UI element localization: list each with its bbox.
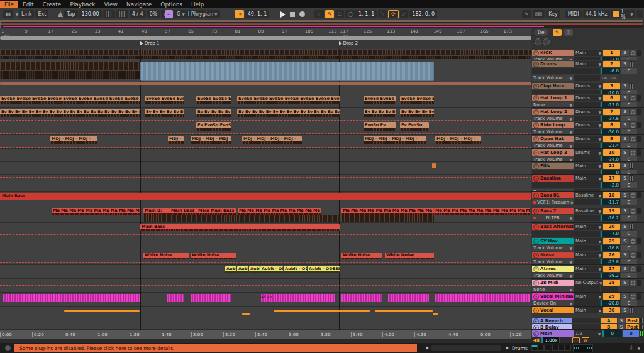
extra-chooser[interactable]: Track Volume▼ bbox=[532, 75, 574, 81]
locator-lane[interactable]: Drop 1Drop 2 bbox=[0, 40, 531, 50]
clip-slot[interactable] bbox=[552, 345, 558, 351]
solo-button[interactable]: S bbox=[621, 109, 629, 115]
arm-button[interactable] bbox=[630, 149, 636, 156]
volume-slider[interactable] bbox=[574, 199, 600, 205]
device-chooser[interactable]: Track Volume▼ bbox=[532, 143, 574, 149]
fold-icon[interactable]: ▾ bbox=[533, 163, 539, 169]
track-header-hat-loop-3[interactable]: ▾Hat Loop 3Drums▼10STrack Volume▼-34.0C bbox=[531, 149, 644, 162]
clip-white-noise[interactable]: White Noise bbox=[385, 253, 434, 259]
track-number[interactable]: B bbox=[601, 324, 617, 330]
clip[interactable] bbox=[0, 50, 531, 55]
clip-play-icon[interactable] bbox=[506, 346, 509, 350]
clip-ev-evoso-evoso-ev[interactable]: Ev EvoSo EvoSo Ev bbox=[196, 122, 231, 131]
track-name[interactable]: ▾Bass Alternate bbox=[532, 224, 574, 230]
track-number[interactable]: 26 bbox=[603, 252, 620, 258]
track-name[interactable]: ▾Clap Nare bbox=[532, 83, 574, 89]
clip-waveform-thumbnail[interactable] bbox=[573, 344, 593, 352]
fold-icon[interactable]: ▾ bbox=[533, 95, 539, 101]
track-header-hat-loop-2[interactable]: ▾Hat Loop 2Drums▼7STrack Volume▼-37.6C bbox=[531, 108, 644, 121]
loop-button[interactable]: ⟳ bbox=[388, 10, 399, 18]
clip[interactable] bbox=[433, 313, 438, 315]
track-number[interactable]: 27 bbox=[603, 266, 620, 272]
track-name[interactable]: ▾Bass 01 bbox=[532, 192, 574, 198]
fold-icon[interactable]: ▸ bbox=[533, 318, 539, 324]
track-name[interactable]: ▸A Reverb bbox=[532, 318, 572, 323]
clip-ev[interactable]: Ev Ev Ev Ev Ev Ev bbox=[364, 109, 396, 117]
track-number[interactable]: 18 bbox=[603, 192, 620, 198]
fold-icon[interactable]: ▾ bbox=[533, 193, 539, 198]
track-name[interactable]: ▾Noise bbox=[532, 252, 574, 258]
track-name[interactable]: ▾Atmos bbox=[532, 266, 574, 272]
clip[interactable] bbox=[143, 215, 340, 222]
solo-button[interactable]: S bbox=[621, 293, 629, 300]
track-number[interactable]: A bbox=[601, 318, 617, 323]
nudge-down-button[interactable]: ||| bbox=[103, 10, 115, 18]
volume-slider[interactable] bbox=[574, 68, 600, 74]
automation-line[interactable] bbox=[0, 147, 531, 148]
arm-button[interactable] bbox=[630, 136, 636, 142]
fold-icon[interactable]: ▾ bbox=[533, 122, 539, 128]
route-chooser[interactable]: Main▼ bbox=[574, 175, 602, 182]
clip[interactable] bbox=[388, 294, 429, 302]
route-chooser[interactable]: Main▼ bbox=[574, 252, 602, 258]
device-chooser[interactable]: Track Volume▼ bbox=[532, 116, 574, 121]
clip[interactable] bbox=[0, 82, 531, 85]
tap-tempo-button[interactable]: Tap bbox=[64, 10, 78, 18]
clip[interactable] bbox=[364, 150, 426, 158]
pan-knob[interactable]: C bbox=[621, 156, 637, 162]
route-chooser[interactable]: Main▼ bbox=[574, 293, 602, 300]
clip-evoso[interactable]: EvoSo EvoSo EvoSo bbox=[364, 96, 396, 104]
solo-button[interactable]: S bbox=[621, 163, 629, 169]
automation-line[interactable] bbox=[0, 285, 531, 286]
arm-button[interactable] bbox=[630, 122, 636, 128]
automation-line[interactable] bbox=[0, 234, 531, 235]
volume-value[interactable]: -6.0 bbox=[601, 68, 620, 74]
automation-line[interactable] bbox=[0, 92, 531, 92]
clip[interactable] bbox=[341, 294, 382, 302]
loop-length-field[interactable]: 182. 0. 0 bbox=[409, 10, 437, 18]
locator-drop-1[interactable]: Drop 1 bbox=[140, 41, 160, 46]
automation-line[interactable] bbox=[0, 106, 531, 106]
midi-map-button[interactable]: MIDI bbox=[565, 10, 582, 18]
plugin-warning-message[interactable]: Some plug-ins are disabled. Please click… bbox=[14, 344, 417, 352]
fold-icon[interactable]: ▾ bbox=[533, 253, 539, 258]
follow-button[interactable]: ⇥ bbox=[235, 10, 244, 18]
volume-slider[interactable] bbox=[574, 116, 600, 121]
automation-line[interactable] bbox=[0, 190, 531, 190]
volume-slider[interactable] bbox=[574, 231, 600, 237]
track-header-28-midi[interactable]: ▾28 MidiNo Output▼28SNone▼ bbox=[531, 279, 644, 293]
device-chooser[interactable] bbox=[532, 68, 574, 74]
track-number[interactable]: 28 bbox=[603, 280, 620, 286]
fold-icon[interactable]: ▾ bbox=[533, 224, 539, 230]
volume-value[interactable]: -21.4 bbox=[601, 143, 620, 149]
draw-mode-icon[interactable]: ✎ bbox=[522, 10, 531, 18]
track-number[interactable]: 29 bbox=[603, 293, 620, 300]
volume-slider[interactable] bbox=[574, 129, 600, 135]
solo-button[interactable]: S bbox=[621, 95, 629, 101]
track-header-hat-loop-1[interactable]: ▾Hat Loop 1Drums▼6SNone▼-17.0C bbox=[531, 94, 644, 108]
volume-value[interactable]: -39.2 bbox=[601, 273, 620, 279]
pan-knob[interactable]: C bbox=[621, 90, 637, 94]
track-lane-a-reverb[interactable] bbox=[0, 317, 531, 323]
clip-mdj-[interactable]: MDJ - MDJ - MDJ - bbox=[435, 136, 481, 144]
track-name[interactable]: ▸Main bbox=[532, 330, 574, 337]
clip[interactable] bbox=[196, 150, 231, 158]
volume-value[interactable]: 0 bbox=[601, 170, 620, 175]
track-header-bassline[interactable]: ▾BasslineMain▼17S-2.0CDamping▼-∞-∞ bbox=[531, 175, 644, 192]
clip[interactable] bbox=[242, 313, 250, 315]
volume-value[interactable]: -7.0 bbox=[601, 231, 620, 237]
arm-button[interactable] bbox=[630, 50, 636, 56]
time-ruler[interactable]: 0:000:200:401:001:201:402:002:202:403:00… bbox=[0, 330, 531, 339]
pan-knob[interactable]: C bbox=[621, 102, 637, 108]
fold-icon[interactable]: ▾ bbox=[533, 50, 539, 56]
route-chooser[interactable]: Drums▼ bbox=[574, 109, 602, 115]
track-header-fills[interactable]: ▾FillsMain▼11S0C bbox=[531, 162, 644, 175]
clip[interactable] bbox=[0, 62, 140, 70]
clip-ev-evoso[interactable]: Ev EvoSo bbox=[400, 122, 429, 131]
track-name[interactable]: ▾Drums bbox=[532, 61, 574, 67]
track-header-kick[interactable]: ▾KICKMain▼1STrack Volume▼-2.0C bbox=[531, 49, 644, 60]
device-chooser[interactable] bbox=[532, 231, 574, 237]
volume-slider[interactable] bbox=[574, 170, 600, 175]
clip-main-main-bass[interactable]: Main Main Bass bbox=[197, 208, 236, 215]
solo-button[interactable]: S bbox=[621, 83, 629, 89]
